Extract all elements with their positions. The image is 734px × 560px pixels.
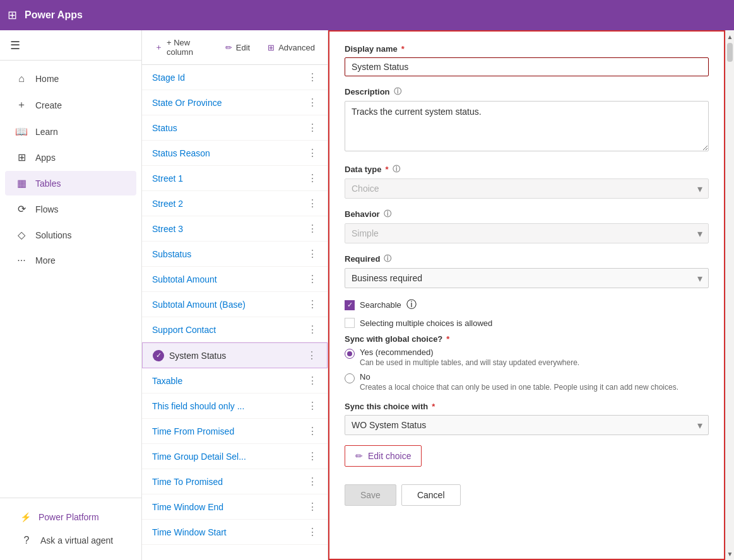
list-item-stage-id[interactable]: Stage Id⋮: [142, 65, 328, 90]
edit-choice-button[interactable]: ✏ Edit choice: [345, 445, 422, 467]
list-item-more-icon[interactable]: ⋮: [307, 122, 317, 134]
yes-radio-row: Yes (recommended) Can be used in multipl…: [345, 347, 709, 367]
sidebar-item-label: Create: [35, 100, 62, 110]
list-item-name: Time Group Detail Sel...: [152, 452, 246, 462]
sidebar-item-label: More: [35, 255, 56, 265]
edit-button[interactable]: ✏ Edit: [220, 40, 255, 55]
list-item-more-icon[interactable]: ⋮: [307, 298, 317, 310]
list-item-time-group-detail[interactable]: Time Group Detail Sel...⋮: [142, 444, 328, 469]
sidebar-item-apps[interactable]: ⊞ Apps: [5, 145, 136, 170]
list-item-more-icon[interactable]: ⋮: [307, 147, 317, 159]
searchable-checkbox[interactable]: ✓: [345, 300, 355, 310]
list-item-more-icon[interactable]: ⋮: [307, 349, 317, 361]
multiple-choices-checkbox[interactable]: [345, 318, 355, 328]
data-type-info-icon[interactable]: ⓘ: [393, 164, 400, 175]
sidebar-item-flows[interactable]: ⟳ Flows: [5, 197, 136, 221]
description-textarea[interactable]: Tracks the current system status.: [345, 101, 709, 151]
description-info-icon[interactable]: ⓘ: [394, 86, 401, 97]
sync-choice-group: Sync this choice with * WO System Status…: [345, 402, 709, 435]
required-select[interactable]: Business required: [345, 268, 709, 288]
yes-radio-button[interactable]: [345, 349, 355, 359]
scroll-thumb: [727, 43, 733, 62]
list-item-status[interactable]: Status⋮: [142, 115, 328, 141]
list-item-time-window-start[interactable]: Time Window Start⋮: [142, 520, 328, 545]
grid-icon[interactable]: ⊞: [8, 8, 17, 22]
list-item-name: Time To Promised: [152, 477, 223, 487]
sidebar-item-home[interactable]: ⌂ Home: [5, 67, 136, 91]
list-item-more-icon[interactable]: ⋮: [307, 248, 317, 260]
required-label: Required ⓘ: [345, 254, 709, 264]
sidebar-item-tables[interactable]: ▦ Tables: [5, 171, 136, 195]
sidebar-item-more[interactable]: ··· More: [5, 248, 136, 272]
list-item-more-icon[interactable]: ⋮: [307, 96, 317, 108]
searchable-info-icon[interactable]: ⓘ: [406, 298, 417, 312]
hamburger-icon[interactable]: ☰: [10, 38, 20, 52]
sync-global-required: *: [446, 334, 449, 344]
sidebar-item-ask-agent[interactable]: ? Ask a virtual agent: [10, 528, 131, 552]
list-item-more-icon[interactable]: ⋮: [307, 425, 317, 437]
new-column-button[interactable]: ＋ + New column: [150, 35, 213, 59]
list-item-more-icon[interactable]: ⋮: [307, 273, 317, 285]
list-item-more-icon[interactable]: ⋮: [307, 450, 317, 462]
list-item-more-icon[interactable]: ⋮: [307, 324, 317, 335]
list-item-taxable[interactable]: Taxable⋮: [142, 368, 328, 394]
no-radio-button[interactable]: [345, 373, 355, 383]
table-list-items: Stage Id⋮State Or Province⋮Status⋮Status…: [142, 65, 328, 560]
list-item-more-icon[interactable]: ⋮: [307, 71, 317, 83]
list-item-subtotal-amount-base[interactable]: Subtotal Amount (Base)⋮: [142, 292, 328, 317]
sync-global-group: Sync with global choice? * Yes (recommen…: [345, 334, 709, 392]
list-item-name: Support Contact: [152, 325, 216, 335]
list-item-time-from-promised[interactable]: Time From Promised⋮: [142, 419, 328, 444]
list-item-state-or-province[interactable]: State Or Province⋮: [142, 90, 328, 115]
list-item-subtotal-amount[interactable]: Subtotal Amount⋮: [142, 267, 328, 292]
content-area: ＋ + New column ✏ Edit ⊞ Advanced Stage I…: [142, 30, 734, 560]
list-item-more-icon[interactable]: ⋮: [307, 501, 317, 513]
list-item-this-field[interactable]: This field should only ...⋮: [142, 394, 328, 419]
list-item-substatus[interactable]: Substatus⋮: [142, 242, 328, 267]
list-item-name: Subtotal Amount (Base): [152, 300, 246, 310]
edit-icon: ✏: [225, 43, 232, 52]
save-button[interactable]: Save: [345, 484, 396, 506]
scroll-down-arrow[interactable]: ▼: [726, 547, 734, 560]
advanced-icon: ⊞: [268, 43, 275, 52]
advanced-button[interactable]: ⊞ Advanced: [263, 40, 320, 55]
power-platform-label: Power Platform: [38, 512, 99, 522]
sidebar-item-power-platform[interactable]: ⚡ Power Platform: [10, 506, 131, 528]
list-item-time-window-end[interactable]: Time Window End⋮: [142, 494, 328, 520]
list-item-more-icon[interactable]: ⋮: [307, 172, 317, 184]
list-item-street-2[interactable]: Street 2⋮: [142, 191, 328, 216]
list-item-street-1[interactable]: Street 1⋮: [142, 166, 328, 191]
data-type-select[interactable]: Choice: [345, 178, 709, 199]
yes-radio-desc: Can be used in multiple tables, and will…: [360, 358, 579, 367]
sidebar-item-solutions[interactable]: ◇ Solutions: [5, 223, 136, 247]
cancel-button[interactable]: Cancel: [401, 484, 461, 506]
list-item-time-to-promised[interactable]: Time To Promised⋮: [142, 469, 328, 494]
edit-choice-label: Edit choice: [368, 451, 411, 461]
scroll-up-arrow[interactable]: ▲: [726, 30, 734, 43]
list-item-system-status[interactable]: ✓System Status⋮: [142, 342, 328, 368]
list-item-street-3[interactable]: Street 3⋮: [142, 216, 328, 242]
data-type-select-wrap: Choice ▾: [345, 178, 709, 199]
sync-choice-select[interactable]: WO System Status: [345, 415, 709, 435]
list-item-more-icon[interactable]: ⋮: [307, 526, 317, 538]
ask-agent-label: Ask a virtual agent: [40, 535, 113, 545]
display-name-input[interactable]: [345, 57, 709, 76]
list-item-more-icon[interactable]: ⋮: [307, 197, 317, 209]
list-item-more-icon[interactable]: ⋮: [307, 475, 317, 487]
list-item-more-icon[interactable]: ⋮: [307, 223, 317, 235]
list-item-status-reason[interactable]: Status Reason⋮: [142, 141, 328, 166]
sidebar-top: ☰: [0, 30, 141, 61]
required-info-icon[interactable]: ⓘ: [384, 254, 391, 264]
new-column-label: + New column: [167, 38, 208, 57]
list-item-more-icon[interactable]: ⋮: [307, 400, 317, 412]
data-type-field-group: Data type * ⓘ Choice ▾: [345, 164, 709, 199]
no-radio-label: No: [360, 372, 678, 382]
sidebar-item-learn[interactable]: 📖 Learn: [5, 119, 136, 144]
sidebar-item-create[interactable]: ＋ Create: [5, 92, 136, 118]
multiple-choices-row: Selecting multiple choices is allowed: [345, 318, 709, 328]
list-item-more-icon[interactable]: ⋮: [307, 375, 317, 387]
required-select-wrap: Business required ▾: [345, 268, 709, 288]
behavior-info-icon[interactable]: ⓘ: [384, 209, 391, 219]
behavior-select[interactable]: Simple: [345, 223, 709, 243]
list-item-support-contact[interactable]: Support Contact⋮: [142, 317, 328, 342]
